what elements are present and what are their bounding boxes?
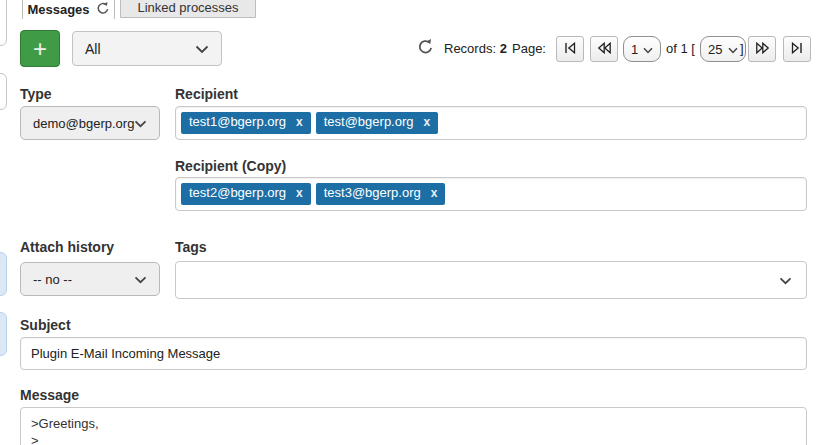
refresh-icon[interactable] (96, 1, 110, 17)
tab-linked-processes[interactable]: Linked processes (120, 0, 256, 18)
chip-remove-button[interactable]: x (296, 116, 303, 129)
page-size-value: 25 (708, 42, 722, 57)
email-chip: test2@bgerp.orgx (181, 183, 311, 204)
last-page-button[interactable] (783, 36, 811, 62)
refresh-icon[interactable] (417, 38, 434, 59)
cropped-list-row-selected (0, 312, 7, 356)
records-text: Records: 2 (444, 41, 507, 56)
prev-page-button[interactable] (590, 36, 618, 62)
tab-messages-label: Messages (27, 2, 89, 17)
messages-panel: Messages Linked processes + All Records:… (0, 0, 821, 445)
attach-history-label: Attach history (20, 239, 114, 255)
chip-remove-button[interactable]: x (296, 187, 303, 200)
attach-history-select[interactable]: -- no -- (20, 262, 160, 296)
chevron-down-icon (134, 272, 147, 287)
email-chip-label: test@bgerp.org (324, 115, 414, 129)
subject-input[interactable] (20, 337, 807, 370)
bracket-close-text: ] (740, 41, 744, 56)
recipient-input[interactable]: test1@bgerp.orgxtest@bgerp.orgx (175, 106, 807, 140)
recipient-copy-label: Recipient (Copy) (175, 158, 286, 174)
tags-select[interactable] (175, 261, 807, 299)
page-of-text: of 1 [ (666, 41, 695, 56)
cropped-list-row (0, 0, 7, 46)
plus-icon: + (33, 35, 47, 63)
chevron-down-icon (779, 271, 792, 289)
attach-history-value: -- no -- (33, 272, 72, 287)
email-chip-label: test3@bgerp.org (324, 186, 421, 200)
cropped-list-row-selected (0, 252, 7, 296)
cropped-list-row (0, 73, 7, 110)
type-select[interactable]: demo@bgerp.org (20, 106, 160, 140)
chevron-down-icon (134, 116, 147, 131)
chevron-down-icon (195, 41, 209, 57)
first-page-icon (563, 40, 577, 58)
records-label: Records: (444, 41, 496, 56)
type-label: Type (20, 86, 52, 102)
filter-select-value: All (85, 41, 101, 57)
message-textarea[interactable]: >Greetings, > (20, 407, 807, 445)
chevron-down-icon (643, 42, 653, 57)
tags-label: Tags (175, 239, 207, 255)
message-label: Message (20, 387, 79, 403)
prev-page-icon (597, 40, 612, 58)
email-chip: test3@bgerp.orgx (316, 183, 446, 204)
email-chip: test1@bgerp.orgx (181, 112, 311, 133)
next-page-icon (755, 40, 770, 58)
email-chip: test@bgerp.orgx (316, 112, 439, 133)
tab-linked-processes-label: Linked processes (137, 0, 238, 15)
page-label: Page: (512, 41, 546, 56)
last-page-icon (790, 40, 804, 58)
first-page-button[interactable] (556, 36, 584, 62)
email-chip-label: test1@bgerp.org (189, 115, 286, 129)
chip-remove-button[interactable]: x (431, 187, 438, 200)
chip-remove-button[interactable]: x (424, 116, 431, 129)
next-page-button[interactable] (748, 36, 776, 62)
add-button[interactable]: + (20, 30, 60, 67)
recipient-copy-input[interactable]: test2@bgerp.orgxtest3@bgerp.orgx (175, 177, 807, 211)
type-select-value: demo@bgerp.org (33, 116, 134, 131)
subject-label: Subject (20, 317, 71, 333)
chevron-down-icon (728, 42, 738, 57)
page-number-select[interactable]: 1 (623, 36, 661, 62)
records-count: 2 (500, 41, 507, 56)
filter-select[interactable]: All (72, 31, 222, 66)
email-chip-label: test2@bgerp.org (189, 186, 286, 200)
page-number-value: 1 (631, 42, 638, 57)
tab-messages[interactable]: Messages (22, 0, 115, 19)
recipient-label: Recipient (175, 86, 238, 102)
